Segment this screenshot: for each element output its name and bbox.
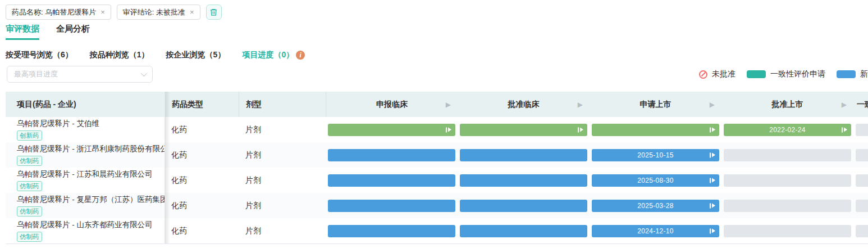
legend: 未批准 一致性评价申请 新注册 — [699, 69, 868, 79]
dosage-form-cell: 片剂 — [239, 117, 326, 142]
table-header: 项目(药品 - 企业) 药品类型 剂型 申报临床 ▶ 批准临床 ▶ 申请上市 ▶… — [6, 92, 868, 117]
stage-cell — [326, 142, 458, 168]
project-name-cell: 乌帕替尼缓释片 - 复星万邦（江苏）医药集团仿制药 — [6, 193, 165, 218]
max-progress-select[interactable]: 最高项目进度 — [7, 66, 153, 83]
stage-cell — [326, 117, 458, 142]
progress-bar — [856, 149, 868, 161]
chevron-down-icon — [141, 70, 147, 76]
drug-type-cell: 化药 — [165, 142, 239, 168]
stage-cell — [721, 168, 853, 193]
bar-date: 2025-08-30 — [637, 177, 673, 184]
progress-bar[interactable]: 2024-12-10 — [592, 225, 719, 237]
project-name-cell: 乌帕替尼缓释片 - 江苏和晨药业有限公司仿制药 — [6, 168, 165, 193]
filter-chip-label: 审评结论: 未被批准 — [123, 7, 185, 17]
subtab-by-company[interactable]: 按企业浏览（5） — [166, 50, 226, 60]
dosage-form-cell: 片剂 — [239, 142, 326, 168]
forbidden-icon — [699, 70, 707, 79]
col-header-drug-type: 药品类型 — [165, 92, 239, 117]
close-icon[interactable]: × — [100, 8, 105, 16]
filter-chip-drug-name: 药品名称: 乌帕替尼缓释片 × — [6, 4, 111, 20]
drug-type-cell: 化药 — [165, 117, 239, 142]
subtab-by-acceptance-no[interactable]: 按受理号浏览（6） — [6, 50, 73, 60]
stage-cell — [853, 193, 868, 218]
drug-category-badge: 仿制药 — [17, 181, 42, 191]
project-name-cell: 乌帕替尼缓释片 - 山东齐都药业有限公司仿制药 — [6, 218, 165, 244]
stage-cell: 2025-03-28 — [590, 193, 721, 218]
progress-table: 项目(药品 - 企业) 药品类型 剂型 申报临床 ▶ 批准临床 ▶ 申请上市 ▶… — [6, 92, 868, 244]
progress-bar[interactable]: 2025-10-15 — [592, 149, 719, 161]
stage-cell — [853, 142, 868, 168]
trash-icon — [209, 8, 218, 16]
stage-cell — [853, 117, 868, 142]
progress-bar[interactable]: 2022-02-24 — [724, 124, 851, 136]
progress-bar[interactable] — [328, 200, 455, 212]
subtab-project-progress[interactable]: 项目进度（0） i — [242, 50, 305, 60]
bar-step-arrow-icon — [842, 127, 847, 132]
progress-bar[interactable] — [328, 174, 455, 187]
dosage-form-cell: 片剂 — [239, 218, 326, 244]
info-icon[interactable]: i — [296, 51, 305, 60]
progress-bar — [856, 225, 868, 237]
project-name: 乌帕替尼缓释片 - 艾伯维 — [17, 119, 99, 129]
stage-cell — [853, 218, 868, 244]
project-name-cell: 乌帕替尼缓释片 - 浙江昂利康制药股份有限公司仿制药 — [6, 142, 165, 168]
progress-bar[interactable] — [460, 124, 587, 136]
close-icon[interactable]: × — [190, 8, 194, 16]
table-row: 乌帕替尼缓释片 - 山东齐都药业有限公司仿制药化药片剂2024-12-10 — [6, 218, 868, 244]
progress-bar — [724, 200, 851, 212]
progress-bar[interactable] — [328, 225, 455, 237]
table-row: 乌帕替尼缓释片 - 浙江昂利康制药股份有限公司仿制药化药片剂2025-10-15 — [6, 142, 868, 168]
progress-bar — [856, 200, 868, 212]
bar-step-arrow-icon — [710, 152, 715, 157]
progress-bar[interactable] — [460, 174, 587, 187]
project-name: 乌帕替尼缓释片 - 江苏和晨药业有限公司 — [17, 169, 153, 179]
col-header-dosage-form: 剂型 — [239, 92, 326, 117]
stage-cell — [590, 117, 721, 142]
drug-category-badge: 仿制药 — [17, 156, 42, 166]
subtab-by-variety[interactable]: 按品种浏览（1） — [90, 50, 149, 60]
filter-chip-review-result: 审评结论: 未被批准 × — [117, 4, 200, 20]
sub-tabs: 按受理号浏览（6） 按品种浏览（1） 按企业浏览（5） 项目进度（0） i — [6, 50, 305, 60]
stage-cell: 2025-08-30 — [590, 168, 721, 193]
table-row: 乌帕替尼缓释片 - 复星万邦（江苏）医药集团仿制药化药片剂2025-03-28 — [6, 193, 868, 218]
bar-step-arrow-icon — [710, 127, 715, 132]
tab-global-analysis[interactable]: 全局分析 — [56, 24, 90, 40]
bar-date: 2025-03-28 — [637, 202, 673, 210]
bar-date: 2022-02-24 — [769, 126, 805, 134]
tab-review-data[interactable]: 审评数据 — [6, 24, 39, 40]
col-header-stage-market-approved: 批准上市 ▶ — [721, 92, 853, 117]
stage-cell — [458, 193, 590, 218]
col-header-project: 项目(药品 - 企业) — [6, 92, 165, 117]
stage-cell: 2022-02-24 — [721, 117, 853, 142]
progress-bar — [856, 124, 868, 136]
progress-bar[interactable] — [460, 149, 587, 161]
progress-bar[interactable]: 2025-08-30 — [592, 174, 719, 187]
dosage-form-cell: 片剂 — [239, 193, 326, 218]
stage-arrow-icon: ▶ — [710, 101, 715, 109]
legend-item-new-registration: 新注册 — [837, 69, 868, 79]
stage-cell — [853, 168, 868, 193]
progress-bar — [724, 225, 851, 237]
clear-filters-button[interactable] — [206, 4, 222, 20]
table-row: 乌帕替尼缓释片 - 艾伯维创新药化药片剂2022-02-24 — [6, 117, 868, 142]
stage-arrow-icon: ▶ — [842, 101, 847, 109]
progress-bar[interactable]: 2025-03-28 — [592, 200, 719, 212]
bar-step-arrow-icon — [578, 127, 583, 132]
progress-bar[interactable] — [460, 225, 587, 237]
drug-category-badge: 仿制药 — [17, 206, 42, 217]
progress-bar[interactable] — [460, 200, 587, 212]
progress-bar[interactable] — [328, 124, 455, 136]
table-body: 乌帕替尼缓释片 - 艾伯维创新药化药片剂2022-02-24乌帕替尼缓释片 - … — [6, 117, 868, 244]
select-placeholder: 最高项目进度 — [14, 69, 58, 79]
legend-item-not-approved: 未批准 — [699, 69, 735, 79]
progress-bar — [724, 149, 851, 161]
progress-bar[interactable] — [328, 149, 455, 161]
progress-bar[interactable] — [592, 124, 719, 136]
stage-cell — [458, 218, 590, 244]
dosage-form-cell: 片剂 — [239, 168, 326, 193]
stage-cell — [458, 117, 590, 142]
bar-step-arrow-icon — [710, 203, 715, 208]
main-tabs: 审评数据 全局分析 — [6, 24, 90, 40]
drug-category-badge: 仿制药 — [17, 232, 42, 242]
stage-cell: 2025-10-15 — [590, 142, 721, 168]
